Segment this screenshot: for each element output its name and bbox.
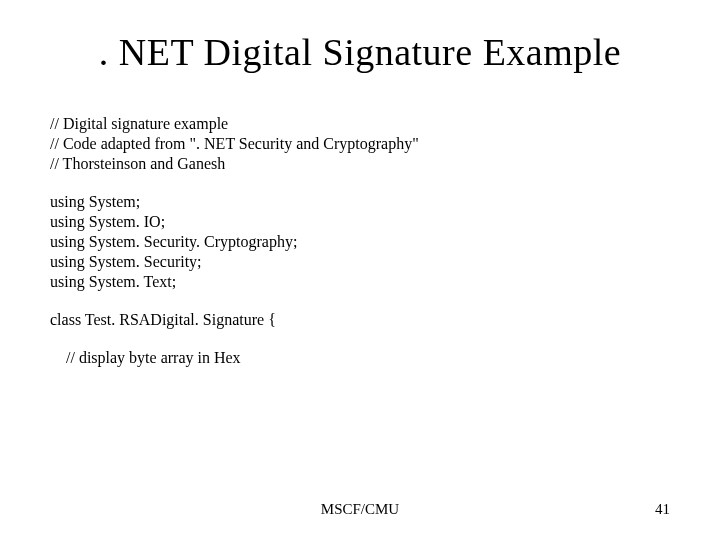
code-line: // Thorsteinson and Ganesh [50,154,670,174]
code-line: using System. Text; [50,272,670,292]
code-line: class Test. RSADigital. Signature { [50,310,670,330]
code-line: // Code adapted from ". NET Security and… [50,134,670,154]
comment-block: // Digital signature example // Code ada… [50,114,670,174]
code-line: // Digital signature example [50,114,670,134]
slide: . NET Digital Signature Example // Digit… [0,0,720,540]
class-decl-block: class Test. RSADigital. Signature { [50,310,670,330]
slide-body: // Digital signature example // Code ada… [50,114,670,368]
inner-comment-block: // display byte array in Hex [50,348,670,368]
slide-title: . NET Digital Signature Example [50,30,670,74]
page-number: 41 [655,501,670,518]
code-line: using System; [50,192,670,212]
code-line: using System. Security; [50,252,670,272]
code-line: using System. IO; [50,212,670,232]
code-line: using System. Security. Cryptography; [50,232,670,252]
footer-center: MSCF/CMU [0,501,720,518]
code-line: // display byte array in Hex [66,348,670,368]
using-block: using System; using System. IO; using Sy… [50,192,670,292]
